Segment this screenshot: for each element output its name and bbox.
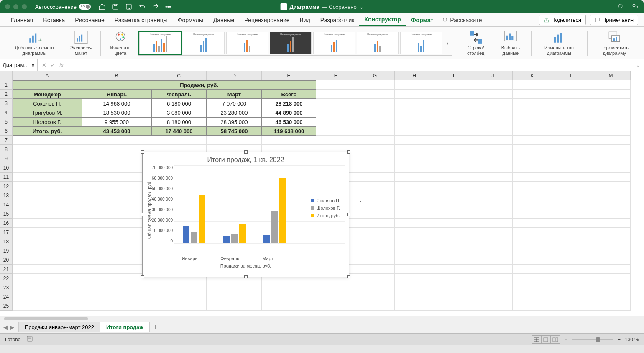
change-colors-button[interactable]: Изменить цвета bbox=[104, 28, 137, 58]
cell[interactable] bbox=[434, 219, 473, 228]
cell[interactable]: Тригубов М. bbox=[13, 108, 82, 117]
cell[interactable] bbox=[13, 219, 82, 228]
cell[interactable] bbox=[316, 99, 355, 108]
tab-data[interactable]: Данные bbox=[208, 14, 240, 26]
cell[interactable] bbox=[82, 173, 151, 182]
cell[interactable] bbox=[395, 283, 434, 292]
cell[interactable] bbox=[355, 173, 395, 182]
cell[interactable] bbox=[82, 301, 151, 311]
cell[interactable] bbox=[355, 145, 395, 154]
row-header[interactable]: 12 bbox=[0, 182, 13, 191]
cell[interactable] bbox=[552, 283, 591, 292]
zoom-slider[interactable] bbox=[572, 339, 613, 340]
cell[interactable] bbox=[355, 274, 395, 283]
cell[interactable] bbox=[473, 145, 513, 154]
gallery-more-button[interactable]: › bbox=[444, 40, 451, 46]
cell[interactable] bbox=[395, 228, 434, 237]
share-button[interactable]: Поделиться bbox=[539, 15, 586, 25]
cell[interactable] bbox=[434, 90, 473, 99]
normal-view-icon[interactable] bbox=[532, 336, 542, 343]
cell[interactable] bbox=[473, 228, 513, 237]
cell[interactable]: Февраль bbox=[151, 90, 207, 99]
cell[interactable] bbox=[473, 237, 513, 246]
cell[interactable] bbox=[316, 80, 355, 90]
cell[interactable] bbox=[552, 173, 591, 182]
cell[interactable] bbox=[316, 136, 355, 145]
row-header[interactable]: 25 bbox=[0, 301, 13, 311]
cell[interactable] bbox=[591, 301, 631, 311]
cell[interactable] bbox=[395, 292, 434, 301]
cell[interactable] bbox=[82, 255, 151, 265]
tab-draw[interactable]: Рисование bbox=[70, 14, 110, 26]
cell[interactable]: 17 440 000 bbox=[151, 126, 207, 136]
cell[interactable] bbox=[13, 228, 82, 237]
cell[interactable] bbox=[434, 80, 473, 90]
cell[interactable] bbox=[434, 99, 473, 108]
chart-legend[interactable]: Соколов П.Шолохов Г.Итого, руб. bbox=[311, 198, 340, 221]
formula-expand-icon[interactable]: ⌄ bbox=[633, 62, 644, 68]
cell[interactable] bbox=[473, 209, 513, 219]
column-header[interactable]: I bbox=[434, 71, 473, 80]
cell[interactable] bbox=[395, 173, 434, 182]
cell[interactable] bbox=[355, 163, 395, 173]
row-header[interactable]: 20 bbox=[0, 255, 13, 265]
cell[interactable] bbox=[513, 255, 552, 265]
cell[interactable] bbox=[552, 80, 591, 90]
resize-handle[interactable] bbox=[347, 150, 350, 154]
row-header[interactable]: 9 bbox=[0, 154, 13, 163]
tab-design[interactable]: Конструктор bbox=[359, 13, 406, 26]
cell[interactable] bbox=[82, 228, 151, 237]
cell[interactable] bbox=[591, 182, 631, 191]
row-header[interactable]: 18 bbox=[0, 237, 13, 246]
tab-formulas[interactable]: Формулы bbox=[173, 14, 208, 26]
cell[interactable] bbox=[591, 117, 631, 126]
y-axis-title[interactable]: Общая сумма продаж, руб. bbox=[147, 165, 152, 253]
redo-icon[interactable] bbox=[152, 3, 159, 10]
cell[interactable] bbox=[207, 283, 262, 292]
cell[interactable] bbox=[82, 283, 151, 292]
cell[interactable] bbox=[434, 265, 473, 274]
cell[interactable] bbox=[473, 173, 513, 182]
cell[interactable] bbox=[552, 136, 591, 145]
cell[interactable] bbox=[552, 108, 591, 117]
cell[interactable] bbox=[513, 237, 552, 246]
cell[interactable] bbox=[151, 283, 207, 292]
cell[interactable] bbox=[591, 191, 631, 200]
undo-icon[interactable] bbox=[138, 3, 146, 10]
cell[interactable] bbox=[13, 145, 82, 154]
cell[interactable]: 3 080 000 bbox=[151, 108, 207, 117]
column-header[interactable]: A bbox=[13, 71, 82, 80]
cell[interactable] bbox=[395, 154, 434, 163]
cell[interactable] bbox=[473, 117, 513, 126]
cell[interactable] bbox=[513, 80, 552, 90]
cell[interactable] bbox=[355, 108, 395, 117]
cell[interactable] bbox=[434, 145, 473, 154]
cell[interactable]: 28 395 000 bbox=[207, 117, 262, 126]
cell[interactable] bbox=[591, 209, 631, 219]
cell[interactable] bbox=[552, 255, 591, 265]
row-header[interactable]: 14 bbox=[0, 200, 13, 209]
cell[interactable] bbox=[591, 163, 631, 173]
column-header[interactable]: D bbox=[207, 71, 262, 80]
cell[interactable] bbox=[151, 301, 207, 311]
cell[interactable] bbox=[552, 90, 591, 99]
row-header[interactable]: 19 bbox=[0, 246, 13, 255]
row-header[interactable]: 6 bbox=[0, 126, 13, 136]
row-header[interactable]: 24 bbox=[0, 292, 13, 301]
cell[interactable] bbox=[13, 191, 82, 200]
cell[interactable] bbox=[513, 145, 552, 154]
cell[interactable] bbox=[316, 108, 355, 117]
cell[interactable] bbox=[513, 292, 552, 301]
cell[interactable] bbox=[552, 182, 591, 191]
cell[interactable] bbox=[591, 136, 631, 145]
row-header[interactable]: 22 bbox=[0, 274, 13, 283]
sheet-tab-2[interactable]: Итоги продаж bbox=[100, 322, 150, 332]
cell[interactable] bbox=[13, 292, 82, 301]
cell[interactable] bbox=[552, 292, 591, 301]
cell[interactable] bbox=[316, 283, 355, 292]
cell[interactable] bbox=[13, 265, 82, 274]
zoom-out-button[interactable]: − bbox=[565, 337, 567, 343]
row-header[interactable]: 2 bbox=[0, 90, 13, 99]
cell[interactable] bbox=[355, 126, 395, 136]
cell[interactable] bbox=[591, 219, 631, 228]
